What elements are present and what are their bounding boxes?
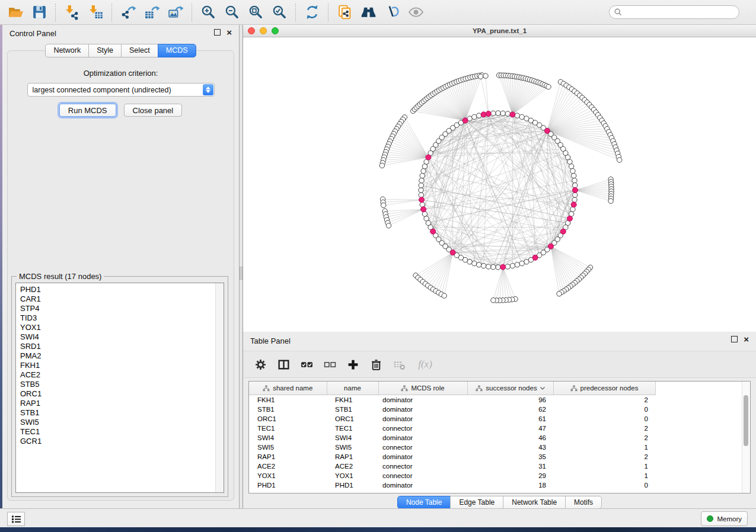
zoom-out-icon (224, 4, 240, 20)
memory-label: Memory (717, 515, 742, 523)
optimization-criterion-label: Optimization criterion: (8, 69, 234, 78)
open-file-button[interactable] (4, 2, 27, 23)
table-row[interactable]: PHD1PHD1dominator180 (249, 480, 655, 490)
close-panel-button[interactable]: Close panel (124, 104, 183, 117)
table-scrollbar-thumb[interactable] (744, 395, 748, 446)
mcds-result-item[interactable]: TEC1 (20, 427, 224, 437)
zoom-selected-button[interactable] (268, 2, 291, 23)
close-table-panel-icon[interactable]: × (744, 336, 749, 342)
column-header-successor-nodes[interactable]: successor nodes (467, 382, 553, 395)
column-header-predecessor-nodes[interactable]: predecessor nodes (553, 382, 655, 395)
run-mcds-button[interactable]: Run MCDS (59, 104, 116, 117)
mcds-result-item[interactable]: STP4 (20, 304, 224, 313)
tab-mcds[interactable]: MCDS (158, 44, 196, 57)
network-overview-icon (361, 4, 377, 20)
mcds-result-item[interactable]: RAP1 (20, 399, 224, 408)
tab-network-table[interactable]: Network Table (503, 496, 566, 509)
table-panel: Table Panel × f(x) shared namenameMCDS r… (243, 332, 756, 508)
search-icon (614, 8, 622, 16)
splitter-grip[interactable] (240, 267, 243, 280)
select-all-rows-button[interactable] (299, 357, 314, 371)
refresh-button[interactable] (301, 2, 323, 23)
save-session-icon (31, 4, 47, 20)
mcds-result-item[interactable]: GCR1 (20, 437, 224, 446)
tab-style[interactable]: Style (88, 44, 122, 57)
export-image-button[interactable] (164, 2, 187, 23)
table-row[interactable]: SWI5SWI5connector431 (249, 443, 655, 452)
share-document-button[interactable] (333, 2, 356, 23)
float-table-panel-icon[interactable] (731, 336, 738, 342)
zoom-out-button[interactable] (221, 2, 243, 23)
column-header-name[interactable]: name (327, 382, 378, 395)
table-row[interactable]: FKH1FKH1dominator962 (249, 395, 655, 405)
mcds-result-item[interactable]: SWI4 (20, 332, 224, 342)
tab-network[interactable]: Network (45, 44, 89, 57)
table-row[interactable]: RAP1RAP1dominator352 (249, 452, 655, 462)
table-scrollbar[interactable] (742, 382, 750, 493)
attribute-settings-button[interactable] (253, 357, 267, 371)
toggle-columns-button[interactable] (276, 357, 291, 371)
mcds-result-item[interactable]: SWI5 (20, 418, 224, 427)
delete-table-button (392, 357, 406, 371)
sort-indicator-icon (540, 387, 545, 390)
network-canvas[interactable] (243, 37, 756, 332)
column-header-shared-name[interactable]: shared name (249, 382, 327, 395)
mcds-result-item[interactable]: PHD1 (20, 285, 224, 294)
save-session-button[interactable] (28, 2, 50, 23)
mcds-result-item[interactable]: ACE2 (20, 370, 224, 380)
close-panel-icon[interactable]: × (227, 30, 232, 35)
cytoscape-app: Control Panel × NetworkStyleSelectMCDS O… (0, 0, 756, 532)
table-row[interactable]: TEC1TEC1connector472 (249, 424, 655, 433)
table-row[interactable]: ACE2ACE2connector311 (249, 462, 655, 471)
search-input[interactable] (625, 8, 739, 17)
zoom-fit-button[interactable] (244, 2, 267, 23)
mcds-result-item[interactable]: CAR1 (20, 294, 224, 304)
table-row[interactable]: STB1STB1dominator620 (249, 405, 655, 414)
memory-button[interactable]: Memory (701, 511, 748, 526)
criterion-value: largest connected component (undirected) (28, 86, 203, 94)
table-row[interactable]: YOX1YOX1connector291 (249, 471, 655, 480)
mcds-result-item[interactable]: SRD1 (20, 342, 224, 351)
import-network-button[interactable] (60, 2, 83, 23)
show-panels-button[interactable] (7, 512, 25, 526)
zoom-selected-icon (272, 4, 288, 20)
criterion-dropdown[interactable]: largest connected component (undirected) (27, 83, 215, 97)
export-table-button[interactable] (141, 2, 163, 23)
mcds-result-item[interactable]: STB1 (20, 408, 224, 418)
mcds-result-item[interactable]: YOX1 (20, 323, 224, 332)
window-close-button[interactable] (248, 27, 255, 34)
mcds-result-item[interactable]: STB5 (20, 380, 224, 389)
tab-edge-table[interactable]: Edge Table (450, 496, 503, 509)
mcds-result-item[interactable]: PMA2 (20, 351, 224, 361)
attribute-type-icon (476, 385, 483, 392)
mcds-result-item[interactable]: ORC1 (20, 389, 224, 399)
analyzer-button[interactable] (381, 2, 403, 23)
show-hide-graphics-button (404, 2, 427, 23)
table-row[interactable]: ORC1ORC1dominator610 (249, 414, 655, 424)
export-network-button[interactable] (117, 2, 139, 23)
mcds-result-item[interactable]: FKH1 (20, 361, 224, 370)
window-zoom-button[interactable] (272, 27, 279, 34)
mcds-result-item[interactable]: TID3 (20, 313, 224, 323)
table-panel-title: Table Panel (250, 336, 291, 345)
delete-column-button[interactable] (369, 357, 383, 371)
table-toolbar: f(x) (243, 351, 756, 378)
deselect-all-rows-button[interactable] (323, 357, 337, 371)
control-panel-title: Control Panel (9, 29, 56, 38)
toggle-columns-icon (277, 358, 290, 371)
import-table-button[interactable] (84, 2, 107, 23)
tab-motifs[interactable]: Motifs (565, 496, 602, 509)
table-row[interactable]: SWI4SWI4dominator462 (249, 433, 655, 443)
network-window-titlebar: YPA_prune.txt_1 (243, 25, 756, 37)
tab-node-table[interactable]: Node Table (397, 496, 451, 509)
add-column-button[interactable] (346, 357, 360, 371)
mcds-list-scrollbar[interactable] (215, 283, 224, 492)
network-view[interactable] (243, 37, 756, 332)
network-overview-button[interactable] (357, 2, 379, 23)
tab-select[interactable]: Select (121, 44, 158, 57)
float-panel-icon[interactable] (214, 29, 221, 36)
column-header-MCDS-role[interactable]: MCDS role (378, 382, 467, 395)
zoom-in-button[interactable] (197, 2, 219, 23)
toolbar-separator (328, 4, 328, 21)
window-minimize-button[interactable] (260, 27, 267, 34)
